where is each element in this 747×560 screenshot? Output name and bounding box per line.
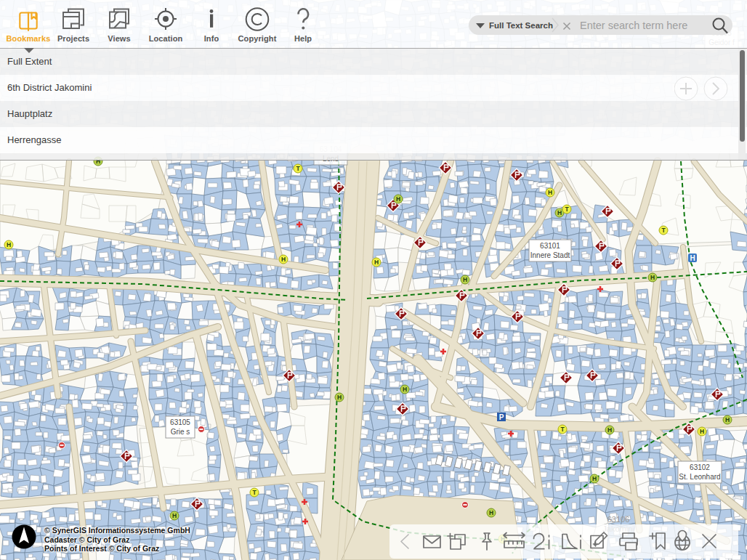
svg-text:H: H xyxy=(172,512,177,519)
svg-text:63106: 63106 xyxy=(607,515,630,524)
svg-text:H: H xyxy=(548,189,552,196)
svg-text:H: H xyxy=(690,254,695,262)
svg-text:Innere Stadt: Innere Stadt xyxy=(530,251,570,259)
svg-text:St. Leonhard: St. Leonhard xyxy=(679,473,720,481)
svg-text:H: H xyxy=(607,426,612,434)
svg-text:T: T xyxy=(252,489,257,496)
svg-text:H: H xyxy=(489,509,493,516)
svg-text:T: T xyxy=(565,206,569,213)
svg-text:T: T xyxy=(661,227,666,234)
svg-text:H: H xyxy=(403,386,407,393)
svg-text:H: H xyxy=(374,259,379,266)
svg-text:H: H xyxy=(337,394,342,401)
svg-text:63105: 63105 xyxy=(170,418,190,426)
svg-text:T: T xyxy=(560,426,565,433)
svg-text:H: H xyxy=(281,256,286,263)
svg-text:P: P xyxy=(499,413,504,421)
svg-text:63101: 63101 xyxy=(540,242,560,250)
svg-text:H: H xyxy=(557,209,562,216)
svg-text:H: H xyxy=(463,276,467,283)
svg-text:H: H xyxy=(396,195,400,203)
svg-text:H: H xyxy=(725,416,730,423)
svg-text:H: H xyxy=(650,274,655,281)
svg-text:H: H xyxy=(592,475,597,482)
svg-text:63102: 63102 xyxy=(690,463,710,471)
svg-text:H: H xyxy=(700,428,704,435)
svg-text:Grie s: Grie s xyxy=(171,428,190,436)
svg-text:Enter search term here: Enter search term here xyxy=(580,20,687,31)
svg-text:T: T xyxy=(296,165,300,172)
svg-text:Full Text Search: Full Text Search xyxy=(489,21,553,30)
svg-text:H: H xyxy=(7,241,11,248)
